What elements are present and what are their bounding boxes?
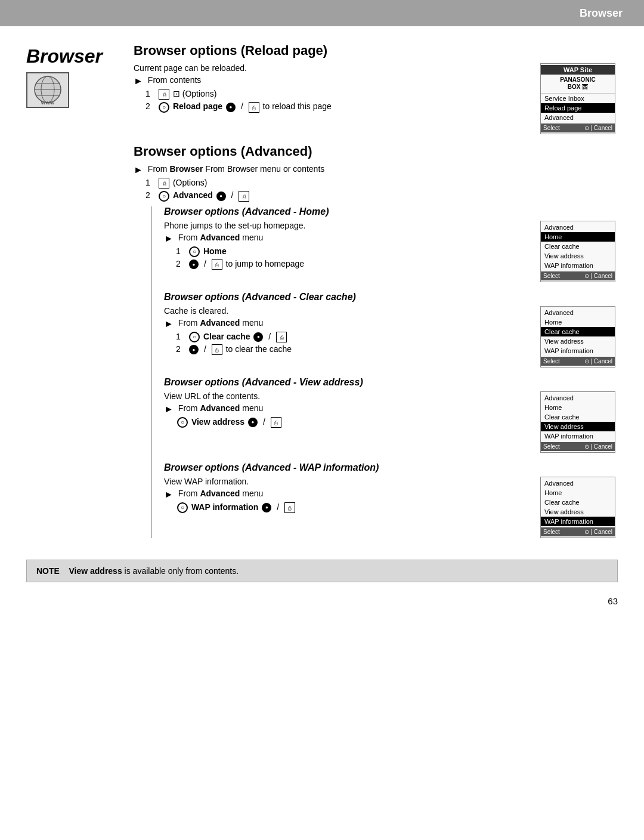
wapinfo-subsection: Browser options (Advanced - WAP informat… [164,462,618,538]
nested-section: Browser options (Advanced - Home) Phone … [151,206,618,538]
top-bar: Browser [0,0,644,26]
phone-row-reload: Reload page [541,103,615,113]
clearcache-subsection: Browser options (Advanced - Clear cache)… [164,292,618,368]
clearcache-phone: Advanced Home Clear cache View address W… [540,306,618,368]
home-left: Phone jumps to the set-up homepage. ► Fr… [164,221,540,272]
arrow-icon3: ► [164,233,174,244]
reload-section-title: Browser options (Reload page) [134,43,618,58]
phone-row-advanced: Advanced [541,113,615,122]
browser-icon: WWW [26,72,69,108]
home-phone-screen: Advanced Home Clear cache View address W… [540,221,615,282]
reload-two-col: Current page can be reloaded. ► From con… [134,63,618,134]
phone-cancel: ⊙ | Cancel [584,125,612,131]
wapinfo-title: Browser options (Advanced - WAP informat… [164,462,618,473]
wapinfo-from: ► From Advanced menu [164,489,528,500]
clearcache-desc: Cache is cleared. [164,306,528,316]
reload-from-text: From contents [148,75,201,85]
ph-wap: WAP information [541,261,615,270]
options-icon7: ⎙ [212,344,222,355]
options-icon9: ⎙ [284,502,295,513]
nav-icon: ○ [159,102,169,113]
options-icon8: ⎙ [271,417,281,428]
advanced-step1: 1 ⎙ (Options) [145,178,618,189]
cc-view: View address [541,336,615,346]
advanced-step2: 2 ○ Advanced ● / ⎙ [145,190,618,201]
va-cache: Clear cache [541,412,615,422]
viewaddress-title: Browser options (Advanced - View address… [164,377,618,388]
options-icon5: ⎙ [212,259,222,270]
home-step1: 1 ○ Home [176,246,528,257]
arrow-icon4: ► [164,319,174,329]
wi-footer: Select ⊙ | Cancel [541,527,615,536]
advanced-step2-label: Advanced [173,190,213,200]
viewaddress-two-col: View URL of the contents. ► From Advance… [164,391,618,453]
va-wap: WAP information [541,431,615,441]
nav-icon5: ○ [177,417,188,428]
select-icon5: ● [189,345,199,354]
note-text-content: is available only from contents. [125,566,239,576]
reload-steps: 1 ⎙ ⊡ (Options) 2 ○ Reload page [145,89,528,113]
home-desc: Phone jumps to the set-up homepage. [164,221,528,230]
select-icon2: ● [216,192,226,201]
cc-home: Home [541,317,615,327]
viewaddress-left: View URL of the contents. ► From Advance… [164,391,540,430]
viewaddress-steps: ○ View address ● / ⎙ [176,417,528,428]
phone-panasonic: PANASONICBOX 西 [541,75,615,94]
arrow-icon5: ► [164,404,174,415]
nav-icon4: ○ [189,332,200,342]
phone-footer: Select ⊙ | Cancel [541,123,615,132]
phone-select: Select [543,125,560,131]
wi-wap: WAP information [541,517,615,526]
reload-step2-label: Reload page [173,101,222,111]
wi-cache: Clear cache [541,498,615,507]
wapinfo-label: WAP information [191,502,259,512]
reload-section: Browser options (Reload page) Current pa… [134,43,618,134]
select-icon4: ● [253,332,263,342]
viewaddress-phone-screen: Advanced Home Clear cache View address W… [540,391,615,453]
clearcache-phone-screen: Advanced Home Clear cache View address W… [540,306,615,368]
va-home: Home [541,403,615,412]
nav-icon3: ○ [189,246,200,257]
wi-adv: Advanced [541,478,615,488]
clearcache-two-col: Cache is cleared. ► From Advanced menu [164,306,618,368]
select-icon: ● [226,103,236,112]
ph-view: View address [541,251,615,261]
wapinfo-left: View WAP information. ► From Advanced me… [164,477,540,515]
content-column: Browser options (Reload page) Current pa… [134,43,618,548]
cc-wap: WAP information [541,346,615,356]
home-steps: 1 ○ Home 2 ● [176,246,528,270]
bottom-area: 63 [0,594,644,618]
wapinfo-desc: View WAP information. [164,477,528,486]
arrow-icon6: ► [164,489,174,500]
phone-header: WAP Site [541,65,615,75]
home-phone: Advanced Home Clear cache View address W… [540,221,618,282]
reload-left: Current page can be reloaded. ► From con… [134,63,540,115]
cc-adv: Advanced [541,308,615,317]
home-two-col: Phone jumps to the set-up homepage. ► Fr… [164,221,618,282]
viewaddress-desc: View URL of the contents. [164,391,528,401]
reload-step1-icon: ⎙ ⊡ (Options) [157,89,216,100]
top-bar-title: Browser [580,7,623,20]
viewaddress-from: ► From Advanced menu [164,403,528,415]
ph-home: Home [541,232,615,242]
clearcache-left: Cache is cleared. ► From Advanced menu [164,306,540,357]
page-title: Browser [26,45,122,67]
advanced-section: Browser options (Advanced) ► From Browse… [134,144,618,538]
select-icon3: ● [189,260,199,269]
reload-step1: 1 ⎙ ⊡ (Options) [145,89,528,100]
options-icon3: ⎙ [159,178,169,189]
home-step2: 2 ● / ⎙ to jump to homepage [176,259,528,270]
title-column: Browser WWW [26,43,122,108]
viewaddress-step1: ○ View address ● / ⎙ [176,417,528,428]
viewaddress-label: View address [191,417,244,427]
arrow-icon2: ► [134,165,143,175]
ph-footer: Select ⊙ | Cancel [541,271,615,280]
advanced-section-title: Browser options (Advanced) [134,144,618,159]
va-adv: Advanced [541,393,615,403]
note-box: NOTE View address is available only from… [26,560,618,582]
reload-desc: Current page can be reloaded. [134,63,528,73]
va-view: View address [541,422,615,431]
home-step2-text: to jump to homepage [226,259,305,268]
reload-phone-screen: WAP Site PANASONICBOX 西 Service Inbox Re… [540,63,615,134]
page-number: 63 [608,596,618,606]
